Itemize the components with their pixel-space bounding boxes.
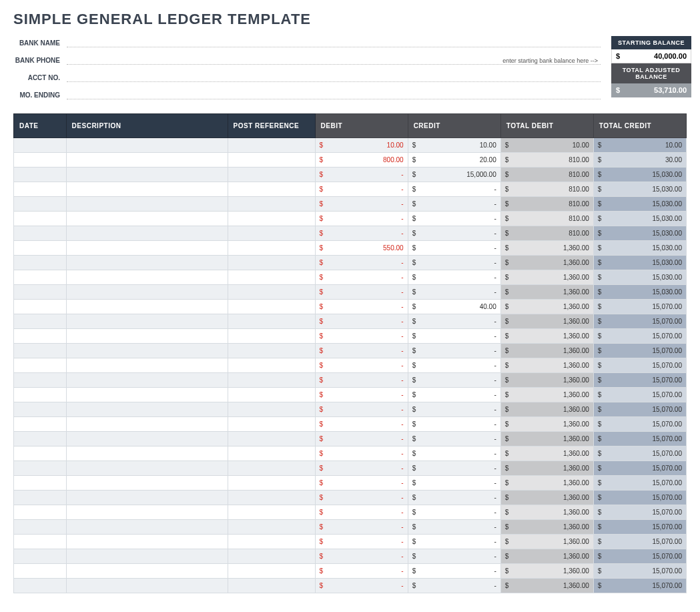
cell-post[interactable]	[228, 314, 315, 329]
cell-credit[interactable]: $-	[408, 256, 500, 270]
cell-post[interactable]	[228, 300, 315, 314]
cell-desc[interactable]	[66, 241, 228, 256]
cell-date[interactable]	[14, 535, 67, 549]
cell-desc[interactable]	[66, 432, 228, 446]
cell-post[interactable]	[228, 329, 315, 344]
cell-post[interactable]	[228, 579, 315, 593]
cell-desc[interactable]	[66, 212, 228, 226]
cell-date[interactable]	[14, 285, 67, 300]
cell-date[interactable]	[14, 314, 67, 329]
cell-debit[interactable]: $-	[315, 314, 408, 329]
cell-date[interactable]	[14, 461, 67, 476]
cell-credit[interactable]: $-	[408, 535, 500, 549]
cell-credit[interactable]: $-	[408, 432, 500, 446]
cell-desc[interactable]	[66, 535, 228, 549]
cell-credit[interactable]: $-	[408, 520, 500, 535]
cell-debit[interactable]: $-	[315, 520, 408, 535]
cell-debit[interactable]: $-	[315, 549, 408, 564]
cell-credit[interactable]: $-	[408, 417, 500, 432]
cell-post[interactable]	[228, 138, 315, 153]
cell-credit[interactable]: $-	[408, 241, 500, 256]
cell-date[interactable]	[14, 256, 67, 270]
cell-desc[interactable]	[66, 417, 228, 432]
cell-desc[interactable]	[66, 491, 228, 505]
cell-desc[interactable]	[66, 138, 228, 153]
cell-debit[interactable]: $-	[315, 432, 408, 446]
cell-desc[interactable]	[66, 182, 228, 197]
cell-date[interactable]	[14, 446, 67, 461]
cell-post[interactable]	[228, 520, 315, 535]
cell-date[interactable]	[14, 197, 67, 212]
cell-post[interactable]	[228, 432, 315, 446]
cell-date[interactable]	[14, 564, 67, 579]
cell-desc[interactable]	[66, 461, 228, 476]
cell-desc[interactable]	[66, 579, 228, 593]
cell-debit[interactable]: $-	[315, 256, 408, 270]
cell-date[interactable]	[14, 270, 67, 285]
cell-post[interactable]	[228, 168, 315, 182]
cell-debit[interactable]: $-	[315, 168, 408, 182]
cell-debit[interactable]: $-	[315, 491, 408, 505]
cell-date[interactable]	[14, 358, 67, 373]
cell-debit[interactable]: $-	[315, 505, 408, 520]
cell-date[interactable]	[14, 417, 67, 432]
cell-desc[interactable]	[66, 344, 228, 358]
cell-date[interactable]	[14, 579, 67, 593]
cell-debit[interactable]: $-	[315, 285, 408, 300]
cell-date[interactable]	[14, 329, 67, 344]
cell-post[interactable]	[228, 446, 315, 461]
cell-post[interactable]	[228, 197, 315, 212]
cell-post[interactable]	[228, 564, 315, 579]
cell-debit[interactable]: $-	[315, 388, 408, 402]
cell-debit[interactable]: $800.00	[315, 153, 408, 168]
cell-credit[interactable]: $-	[408, 226, 500, 241]
cell-post[interactable]	[228, 535, 315, 549]
bank-phone-input[interactable]: enter starting bank balance here -->	[67, 55, 601, 65]
cell-post[interactable]	[228, 153, 315, 168]
cell-debit[interactable]: $-	[315, 300, 408, 314]
cell-date[interactable]	[14, 388, 67, 402]
cell-date[interactable]	[14, 432, 67, 446]
cell-desc[interactable]	[66, 358, 228, 373]
cell-desc[interactable]	[66, 256, 228, 270]
cell-credit[interactable]: $-	[408, 314, 500, 329]
cell-date[interactable]	[14, 241, 67, 256]
cell-credit[interactable]: $-	[408, 212, 500, 226]
cell-desc[interactable]	[66, 402, 228, 417]
cell-desc[interactable]	[66, 168, 228, 182]
cell-credit[interactable]: $10.00	[408, 138, 500, 153]
cell-date[interactable]	[14, 344, 67, 358]
cell-date[interactable]	[14, 491, 67, 505]
cell-date[interactable]	[14, 373, 67, 388]
cell-debit[interactable]: $-	[315, 373, 408, 388]
cell-debit[interactable]: $10.00	[315, 138, 408, 153]
cell-debit[interactable]: $550.00	[315, 241, 408, 256]
cell-credit[interactable]: $-	[408, 270, 500, 285]
cell-credit[interactable]: $-	[408, 373, 500, 388]
bank-name-input[interactable]	[67, 38, 601, 47]
cell-credit[interactable]: $-	[408, 197, 500, 212]
cell-post[interactable]	[228, 402, 315, 417]
cell-post[interactable]	[228, 417, 315, 432]
cell-debit[interactable]: $-	[315, 579, 408, 593]
cell-date[interactable]	[14, 476, 67, 491]
cell-credit[interactable]: $15,000.00	[408, 168, 500, 182]
cell-post[interactable]	[228, 182, 315, 197]
cell-post[interactable]	[228, 344, 315, 358]
cell-post[interactable]	[228, 270, 315, 285]
cell-post[interactable]	[228, 388, 315, 402]
cell-debit[interactable]: $-	[315, 461, 408, 476]
cell-debit[interactable]: $-	[315, 535, 408, 549]
cell-credit[interactable]: $40.00	[408, 300, 500, 314]
cell-post[interactable]	[228, 505, 315, 520]
cell-debit[interactable]: $-	[315, 270, 408, 285]
acct-no-input[interactable]	[67, 73, 601, 82]
cell-credit[interactable]: $20.00	[408, 153, 500, 168]
cell-desc[interactable]	[66, 446, 228, 461]
cell-credit[interactable]: $-	[408, 388, 500, 402]
cell-credit[interactable]: $-	[408, 358, 500, 373]
cell-post[interactable]	[228, 373, 315, 388]
cell-date[interactable]	[14, 520, 67, 535]
cell-post[interactable]	[228, 241, 315, 256]
starting-balance-value[interactable]: $ 40,000.00	[611, 49, 691, 63]
